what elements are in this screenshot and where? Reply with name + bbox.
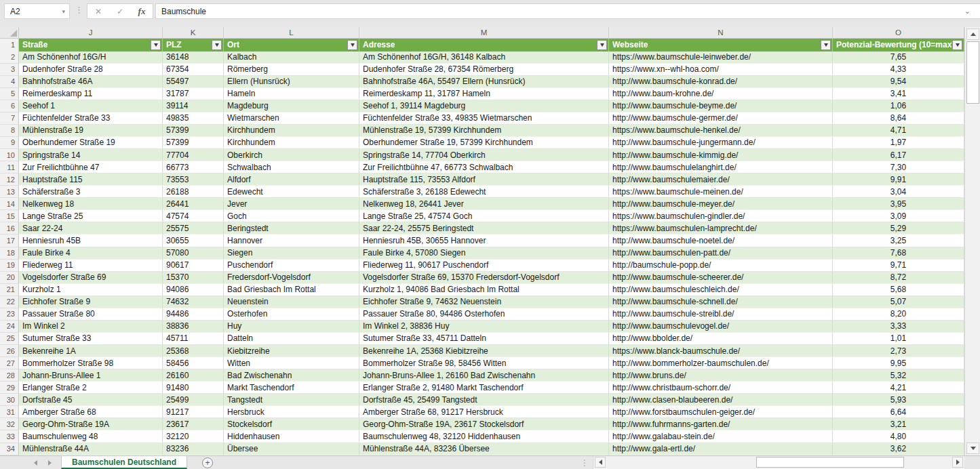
- add-sheet-button[interactable]: +: [202, 457, 213, 468]
- cell-ort[interactable]: Kirchhundem: [224, 125, 359, 137]
- cell-bewertung[interactable]: 3,95: [833, 198, 964, 210]
- cell-ort[interactable]: Hameln: [224, 88, 359, 100]
- column-header-O[interactable]: O: [833, 27, 964, 38]
- cell-strasse[interactable]: Reimerdeskamp 11: [19, 88, 163, 100]
- row-number[interactable]: 33: [0, 430, 19, 443]
- cell-plz[interactable]: 39114: [163, 100, 224, 113]
- cell-ort[interactable]: Puschendorf: [224, 260, 359, 272]
- cell-strasse[interactable]: Vogelsdorfer Straße 69: [19, 272, 163, 284]
- row-number[interactable]: 19: [0, 260, 19, 272]
- table-header-cell[interactable]: Adresse: [359, 39, 609, 52]
- cell-bewertung[interactable]: 6,17: [833, 149, 964, 161]
- cell-bewertung[interactable]: 9,54: [833, 76, 964, 88]
- filter-dropdown-icon[interactable]: [821, 40, 831, 50]
- cell-strasse[interactable]: Nelkenweg 18: [19, 198, 163, 210]
- row-number[interactable]: 15: [0, 210, 19, 222]
- cell-ort[interactable]: Hiddenhausen: [224, 430, 359, 443]
- row-number[interactable]: 26: [0, 345, 19, 357]
- cell-ort[interactable]: Goch: [224, 210, 359, 222]
- cell-adresse[interactable]: Seehof 1, 39114 Magdeburg: [359, 100, 609, 113]
- row-number[interactable]: 18: [0, 247, 19, 260]
- cell-plz[interactable]: 45711: [163, 333, 224, 345]
- horizontal-scrollbar-thumb[interactable]: [756, 457, 904, 468]
- cell-webseite[interactable]: http://www.baumschulen-patt.de/: [609, 247, 833, 260]
- cell-plz[interactable]: 15370: [163, 272, 224, 284]
- cell-plz[interactable]: 25499: [163, 394, 224, 406]
- enter-icon[interactable]: ✓: [111, 7, 130, 16]
- row-number[interactable]: 30: [0, 394, 19, 406]
- cell-webseite[interactable]: http://www.baumschule-beyme.de/: [609, 100, 833, 113]
- cell-bewertung[interactable]: 7,68: [833, 247, 964, 260]
- cell-adresse[interactable]: Mühlenstraße 44A, 83236 Übersee: [359, 443, 609, 455]
- column-header-L[interactable]: L: [224, 27, 359, 38]
- cell-strasse[interactable]: Im Winkel 2: [19, 321, 163, 333]
- cell-adresse[interactable]: Hauptstraße 115, 73553 Alfdorf: [359, 174, 609, 186]
- cell-plz[interactable]: 94086: [163, 284, 224, 296]
- cell-strasse[interactable]: Dorfstraße 45: [19, 394, 163, 406]
- cell-webseite[interactable]: https://www.baumschulen-gindler.de/: [609, 210, 833, 222]
- vertical-scrollbar[interactable]: [964, 27, 980, 455]
- cell-bewertung[interactable]: 3,33: [833, 321, 964, 333]
- cell-ort[interactable]: Osterhofen: [224, 308, 359, 321]
- cell-ort[interactable]: Jever: [224, 198, 359, 210]
- cell-adresse[interactable]: Bekenreihe 1A, 25368 Kiebitzreihe: [359, 345, 609, 357]
- cell-plz[interactable]: 77704: [163, 149, 224, 161]
- name-box-dropdown-icon[interactable]: ▾: [62, 8, 69, 15]
- cell-bewertung[interactable]: 9,91: [833, 174, 964, 186]
- cell-ort[interactable]: Tangstedt: [224, 394, 359, 406]
- row-number[interactable]: 29: [0, 382, 19, 394]
- cell-webseite[interactable]: https://www.blanck-baumschule.de/: [609, 345, 833, 357]
- cell-strasse[interactable]: Erlanger Straße 2: [19, 382, 163, 394]
- row-number[interactable]: 9: [0, 137, 19, 149]
- table-header-cell[interactable]: Ort: [224, 39, 359, 52]
- row-number[interactable]: 11: [0, 161, 19, 174]
- cell-plz[interactable]: 25368: [163, 345, 224, 357]
- cell-webseite[interactable]: http://www.bbolder.de/: [609, 333, 833, 345]
- cell-strasse[interactable]: Lange Straße 25: [19, 210, 163, 222]
- table-header-cell[interactable]: Straße: [19, 39, 163, 52]
- cell-strasse[interactable]: Henniesruh 45B: [19, 234, 163, 247]
- row-number[interactable]: 8: [0, 125, 19, 137]
- cell-adresse[interactable]: Mühlenstraße 19, 57399 Kirchhundem: [359, 125, 609, 137]
- cell-webseite[interactable]: http://www.baumschulemaier.de/: [609, 174, 833, 186]
- formula-input[interactable]: Baumschule ⌄: [155, 3, 980, 19]
- row-number[interactable]: 2: [0, 52, 19, 64]
- cell-webseite[interactable]: http://www.baumschule-meyer.de/: [609, 198, 833, 210]
- cell-bewertung[interactable]: 8,72: [833, 272, 964, 284]
- cell-webseite[interactable]: https://www.baumschule-henkel.de/: [609, 125, 833, 137]
- filter-dropdown-icon[interactable]: [212, 40, 222, 50]
- row-number[interactable]: 27: [0, 357, 19, 369]
- tab-scrollbar-splitter-handle[interactable]: ⋮: [581, 458, 587, 468]
- cell-ort[interactable]: Siegen: [224, 247, 359, 260]
- cell-adresse[interactable]: Reimerdeskamp 11, 31787 Hameln: [359, 88, 609, 100]
- cell-webseite[interactable]: http://www.baumschuleschleich.de/: [609, 284, 833, 296]
- cell-webseite[interactable]: https://www.baumschule-meinen.de/: [609, 186, 833, 198]
- cell-adresse[interactable]: Passauer Straße 80, 94486 Osterhofen: [359, 308, 609, 321]
- cell-bewertung[interactable]: 1,97: [833, 137, 964, 149]
- cell-webseite[interactable]: http://www.gala-ertl.de/: [609, 443, 833, 455]
- cell-adresse[interactable]: Henniesruh 45B, 30655 Hannover: [359, 234, 609, 247]
- cell-plz[interactable]: 31787: [163, 88, 224, 100]
- cell-adresse[interactable]: Saar 22-24, 25575 Beringstedt: [359, 222, 609, 234]
- name-box[interactable]: A2 ▾: [4, 3, 70, 19]
- table-header-cell[interactable]: Potenzial-Bewertung (10=max): [833, 39, 964, 52]
- cell-adresse[interactable]: Vogelsdorfer Straße 69, 15370 Fredersdor…: [359, 272, 609, 284]
- cell-strasse[interactable]: Hauptstraße 115: [19, 174, 163, 186]
- cell-strasse[interactable]: Oberhundemer Straße 19: [19, 137, 163, 149]
- cell-plz[interactable]: 26441: [163, 198, 224, 210]
- cell-ort[interactable]: Hersbruck: [224, 406, 359, 418]
- cell-plz[interactable]: 91217: [163, 406, 224, 418]
- cell-webseite[interactable]: http://www.baumschule-noetel.de/: [609, 234, 833, 247]
- cell-plz[interactable]: 58456: [163, 357, 224, 369]
- filter-dropdown-icon[interactable]: [952, 40, 962, 50]
- cell-webseite[interactable]: http://baumschule-popp.de/: [609, 260, 833, 272]
- cell-webseite[interactable]: http://www.baumschule-konrad.de/: [609, 76, 833, 88]
- cell-adresse[interactable]: Amberger Straße 68, 91217 Hersbruck: [359, 406, 609, 418]
- row-number[interactable]: 4: [0, 76, 19, 88]
- cell-webseite[interactable]: http://www.baumschulelanghirt.de/: [609, 161, 833, 174]
- cell-bewertung[interactable]: 3,41: [833, 88, 964, 100]
- cell-webseite[interactable]: http://www.bommerholzer-baumschulen.de/: [609, 357, 833, 369]
- cell-bewertung[interactable]: 8,20: [833, 308, 964, 321]
- cell-bewertung[interactable]: 5,68: [833, 284, 964, 296]
- cell-plz[interactable]: 26188: [163, 186, 224, 198]
